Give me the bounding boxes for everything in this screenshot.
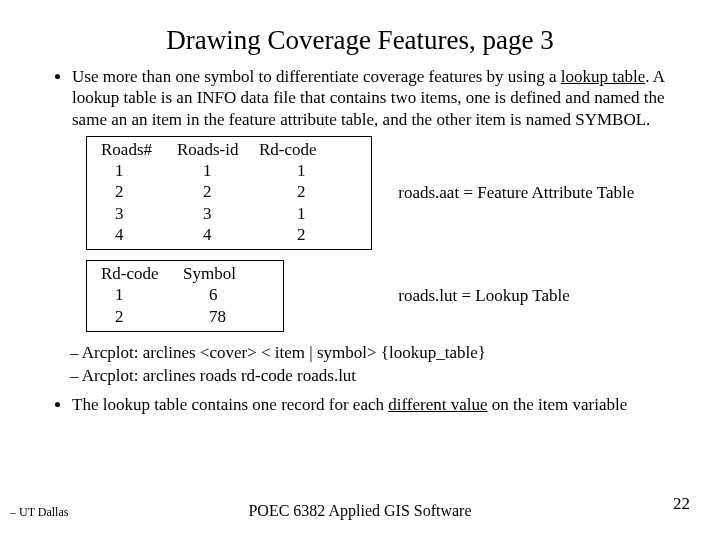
- fat-c: 2: [279, 224, 363, 245]
- fat-c: 1: [279, 203, 363, 224]
- lut-c: 6: [191, 284, 275, 305]
- fat-row: 2 2 2: [95, 181, 363, 202]
- lut-c: 78: [191, 306, 275, 327]
- bottom-bullets: The lookup table contains one record for…: [54, 394, 690, 415]
- bullet1-part-a: Use more than one symbol to differentiat…: [72, 67, 561, 86]
- fat-h3: Rd-code: [253, 139, 325, 160]
- arcplot-syntax: Arcplot: arclines <cover> < item | symbo…: [70, 342, 690, 365]
- fat-c: 2: [279, 181, 363, 202]
- fat-caption: roads.aat = Feature Attribute Table: [398, 183, 634, 203]
- lut-h1: Rd-code: [95, 263, 177, 284]
- fat-c: 3: [95, 203, 185, 224]
- lut-row: 1 6: [95, 284, 275, 305]
- lut-h2: Symbol: [177, 263, 249, 284]
- fat-h1: Roads#: [95, 139, 171, 160]
- bullet2-part-a: The lookup table contains one record for…: [72, 395, 388, 414]
- fat-c: 1: [185, 160, 279, 181]
- lut-header: Rd-code Symbol: [95, 263, 275, 284]
- fat-c: 1: [95, 160, 185, 181]
- fat-c: 2: [185, 181, 279, 202]
- fat-row: 3 3 1: [95, 203, 363, 224]
- fat-c: 4: [185, 224, 279, 245]
- footer-center: POEC 6382 Applied GIS Software: [0, 502, 720, 520]
- lut-c: 1: [95, 284, 191, 305]
- command-sub-bullets: Arcplot: arclines <cover> < item | symbo…: [70, 342, 690, 388]
- fat-c: 1: [279, 160, 363, 181]
- footer-left: – UT Dallas: [10, 505, 68, 520]
- bullet2-underline: different value: [388, 395, 487, 414]
- bullet1-underline: lookup table: [561, 67, 646, 86]
- fat-c: 3: [185, 203, 279, 224]
- fat-row: 1 1 1: [95, 160, 363, 181]
- page-title: Drawing Coverage Features, page 3: [30, 25, 690, 56]
- lut-row: 2 78: [95, 306, 275, 327]
- top-bullets: Use more than one symbol to differentiat…: [54, 66, 690, 130]
- bullet-one-record: The lookup table contains one record for…: [72, 394, 690, 415]
- arcplot-example: Arcplot: arclines roads rd-code roads.lu…: [70, 365, 690, 388]
- lut-caption: roads.lut = Lookup Table: [398, 286, 569, 306]
- page-number: 22: [673, 494, 690, 514]
- lut-table-block: Rd-code Symbol 1 6 2 78 roads.lut = Look…: [30, 260, 690, 332]
- footer: – UT Dallas POEC 6382 Applied GIS Softwa…: [0, 502, 720, 520]
- fat-c: 4: [95, 224, 185, 245]
- slide-page: Drawing Coverage Features, page 3 Use mo…: [0, 0, 720, 540]
- fat-row: 4 4 2: [95, 224, 363, 245]
- lut-c: 2: [95, 306, 191, 327]
- feature-attribute-table: Roads# Roads-id Rd-code 1 1 1 2 2 2 3 3 …: [86, 136, 372, 250]
- bullet2-part-c: on the item variable: [488, 395, 628, 414]
- fat-h2: Roads-id: [171, 139, 253, 160]
- fat-header: Roads# Roads-id Rd-code: [95, 139, 363, 160]
- bullet-lookup-table: Use more than one symbol to differentiat…: [72, 66, 690, 130]
- fat-c: 2: [95, 181, 185, 202]
- fat-table-block: Roads# Roads-id Rd-code 1 1 1 2 2 2 3 3 …: [30, 136, 690, 250]
- lookup-table: Rd-code Symbol 1 6 2 78: [86, 260, 284, 332]
